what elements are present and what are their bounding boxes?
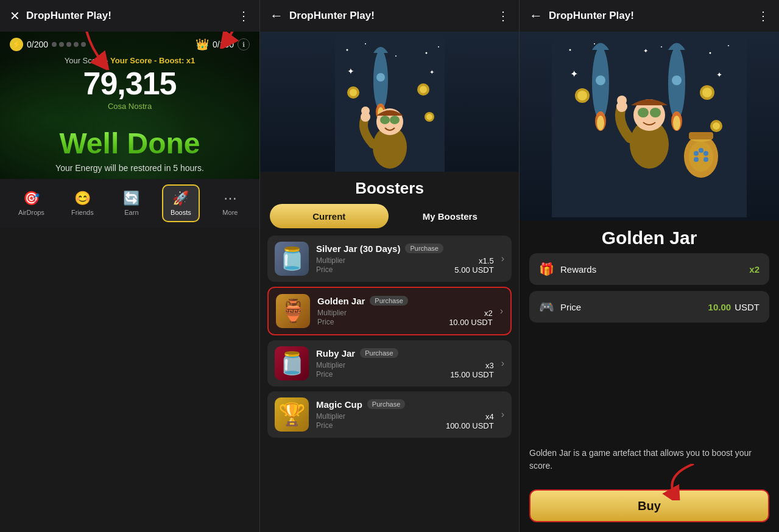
price-values: 10.00 USDT xyxy=(708,302,760,312)
magic-cup-badge: Purchase xyxy=(367,399,405,409)
golden-jar-badge: Purchase xyxy=(370,296,407,306)
tab-my-boosters[interactable]: My Boosters xyxy=(391,204,510,228)
svg-point-57 xyxy=(702,88,712,97)
golden-price-label: Price xyxy=(317,318,334,326)
right-menu-icon[interactable]: ⋮ xyxy=(757,9,769,23)
energy-value: 0/200 xyxy=(27,40,48,49)
boosts-icon: 🚀 xyxy=(172,191,189,206)
svg-point-12 xyxy=(380,116,390,124)
magic-multiplier-value: x4 xyxy=(485,412,494,421)
middle-panel: ← DropHunter Play! ⋮ xyxy=(259,0,520,532)
tab-current[interactable]: Current xyxy=(270,204,389,228)
silver-jar-icon: 🫙 xyxy=(275,242,309,276)
ruby-jar-name: Ruby Jar xyxy=(316,348,355,359)
magic-cup-icon: 🏆 xyxy=(275,397,309,432)
nav-boosts[interactable]: 🚀 Boosts xyxy=(162,184,200,222)
svg-text:✦: ✦ xyxy=(429,69,434,75)
svg-point-27 xyxy=(594,43,595,44)
energy-display: ⚡ 0/200 xyxy=(10,38,86,51)
friends-icon: 😊 xyxy=(74,191,91,206)
character-artwork: ✦ ✦ xyxy=(335,38,445,172)
svg-point-3 xyxy=(425,52,427,54)
energy-icon: ⚡ xyxy=(10,38,23,51)
crown-value: 0/100 xyxy=(213,40,234,49)
golden-price-value: 10.00 USDT xyxy=(449,318,493,327)
nav-airdrops[interactable]: 🎯 AirDrops xyxy=(11,186,52,221)
middle-menu-icon[interactable]: ⋮ xyxy=(497,9,509,23)
score-name: Cosa Nostra xyxy=(10,102,250,111)
ruby-jar-icon: 🫙 xyxy=(275,346,309,380)
silver-multiplier-label: Multiplier xyxy=(316,256,345,265)
svg-point-52 xyxy=(703,157,708,162)
magic-cup-name: Magic Cup xyxy=(316,399,362,410)
svg-point-59 xyxy=(713,122,720,130)
svg-point-20 xyxy=(420,86,427,93)
right-title: DropHunter Play! xyxy=(549,10,751,22)
earn-icon: 🔄 xyxy=(123,191,139,206)
right-details: 🎁 Rewards x2 🎮 Price 10.00 USDT xyxy=(520,253,779,447)
magic-price-label: Price xyxy=(316,421,333,430)
score-section: Your Score - Your Score - Boost: x1 79,3… xyxy=(0,51,259,111)
middle-topbar: ← DropHunter Play! ⋮ xyxy=(260,0,519,32)
middle-back-icon[interactable]: ← xyxy=(270,8,283,24)
golden-jar-name: Golden Jar xyxy=(317,296,365,306)
magic-chevron: › xyxy=(501,409,504,420)
svg-point-48 xyxy=(694,151,699,156)
booster-silver-jar[interactable]: 🫙 Silver Jar (30 Days) Purchase Multipli… xyxy=(267,236,512,282)
crown-icon: 👑 xyxy=(196,38,209,51)
restore-text: Your Energy will be restored in 5 hours. xyxy=(10,163,250,173)
svg-point-5 xyxy=(395,55,397,57)
left-menu-icon[interactable]: ⋮ xyxy=(238,9,250,23)
svg-point-7 xyxy=(376,73,385,82)
booster-golden-jar[interactable]: 🏺 Golden Jar Purchase Multiplier x2 Pric… xyxy=(267,287,512,335)
silver-price-label: Price xyxy=(316,265,333,274)
svg-point-28 xyxy=(710,52,711,54)
nav-friends[interactable]: 😊 Friends xyxy=(64,186,101,221)
earn-label: Earn xyxy=(124,209,138,216)
magic-price-value: 100.00 USDT xyxy=(446,421,494,430)
right-back-icon[interactable]: ← xyxy=(529,8,543,24)
svg-point-13 xyxy=(390,116,400,124)
dot5 xyxy=(81,42,86,47)
golden-multiplier-value: x2 xyxy=(484,309,493,318)
dot1 xyxy=(52,42,57,47)
booster-magic-cup[interactable]: 🏆 Magic Cup Purchase Multiplier x4 Price xyxy=(267,391,512,438)
crown-display: 👑 0/100 ℹ xyxy=(196,38,250,51)
svg-point-38 xyxy=(673,116,680,130)
svg-point-30 xyxy=(661,46,662,47)
svg-text:✦: ✦ xyxy=(716,71,722,79)
left-title: DropHunter Play! xyxy=(26,10,231,22)
golden-multiplier-label: Multiplier xyxy=(317,309,347,317)
more-icon: ⋯ xyxy=(224,191,237,206)
price-currency: USDT xyxy=(735,302,760,312)
golden-jar-title: Golden Jar xyxy=(520,220,779,253)
booster-ruby-jar[interactable]: 🫙 Ruby Jar Purchase Multiplier x3 Price xyxy=(267,340,512,387)
svg-point-47 xyxy=(689,141,713,172)
price-label: Price xyxy=(560,302,708,312)
silver-jar-info: Silver Jar (30 Days) Purchase Multiplier… xyxy=(316,243,494,275)
ruby-multiplier-value: x3 xyxy=(485,361,494,370)
nav-earn[interactable]: 🔄 Earn xyxy=(113,186,150,221)
buy-arrow xyxy=(645,464,718,500)
price-icon: 🎮 xyxy=(539,299,554,314)
right-hero-image: ✦ ✦ ✦ xyxy=(520,32,779,220)
close-icon[interactable]: ✕ xyxy=(10,9,20,23)
rewards-value: x2 xyxy=(749,264,760,275)
svg-point-1 xyxy=(346,49,348,51)
ruby-price-value: 15.00 USDT xyxy=(450,370,494,379)
airdrops-label: AirDrops xyxy=(18,209,44,216)
svg-text:✦: ✦ xyxy=(570,69,578,79)
price-row: 🎮 Price 10.00 USDT xyxy=(529,291,769,323)
silver-multiplier-value: x1.5 xyxy=(479,256,494,265)
svg-text:✦: ✦ xyxy=(643,47,648,54)
svg-point-49 xyxy=(699,148,703,153)
svg-point-2 xyxy=(365,43,366,44)
right-character-artwork: ✦ ✦ ✦ xyxy=(552,35,747,217)
svg-point-32 xyxy=(596,75,605,85)
score-number: 79,315 xyxy=(10,65,250,102)
rewards-row: 🎁 Rewards x2 xyxy=(529,253,769,285)
nav-more[interactable]: ⋯ More xyxy=(212,186,249,221)
info-button[interactable]: ℹ xyxy=(238,38,250,51)
rewards-label: Rewards xyxy=(560,264,749,275)
middle-title: DropHunter Play! xyxy=(289,10,491,22)
